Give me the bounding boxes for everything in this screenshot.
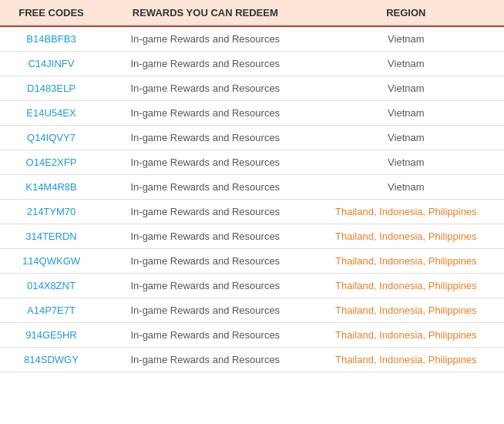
- code-cell: B14BBFB3: [0, 26, 102, 52]
- region-cell: Vietnam: [308, 52, 504, 76]
- table-header-row: FREE CODES REWARDS YOU CAN REDEEM REGION: [0, 0, 504, 26]
- code-cell: A14P7E7T: [0, 298, 102, 323]
- header-rewards: REWARDS YOU CAN REDEEM: [102, 0, 308, 26]
- table-row: 314TERDNIn-game Rewards and ResourcesTha…: [0, 224, 504, 249]
- header-region: REGION: [308, 0, 504, 26]
- code-cell: C14JINFV: [0, 52, 102, 76]
- code-cell: K14M4R8B: [0, 175, 102, 200]
- table-row: D1483ELPIn-game Rewards and ResourcesVie…: [0, 76, 504, 101]
- code-cell: O14E2XFP: [0, 150, 102, 175]
- region-cell: Vietnam: [308, 175, 504, 200]
- region-cell: Thailand, Indonesia, Philippines: [308, 348, 504, 372]
- rewards-cell: In-game Rewards and Resources: [102, 101, 308, 126]
- region-cell: Vietnam: [308, 26, 504, 52]
- table-row: A14P7E7TIn-game Rewards and ResourcesTha…: [0, 298, 504, 323]
- table-row: C14JINFVIn-game Rewards and ResourcesVie…: [0, 52, 504, 76]
- code-cell: 014X8ZNT: [0, 274, 102, 298]
- rewards-cell: In-game Rewards and Resources: [102, 126, 308, 150]
- table-row: 914GE5HRIn-game Rewards and ResourcesTha…: [0, 323, 504, 348]
- region-cell: Thailand, Indonesia, Philippines: [308, 274, 504, 298]
- code-cell: 114QWKGW: [0, 249, 102, 274]
- table-row: 814SDWGYIn-game Rewards and ResourcesTha…: [0, 348, 504, 372]
- region-cell: Vietnam: [308, 150, 504, 175]
- region-cell: Vietnam: [308, 76, 504, 101]
- region-cell: Thailand, Indonesia, Philippines: [308, 323, 504, 348]
- region-cell: Thailand, Indonesia, Philippines: [308, 249, 504, 274]
- table-row: O14E2XFPIn-game Rewards and ResourcesVie…: [0, 150, 504, 175]
- rewards-cell: In-game Rewards and Resources: [102, 323, 308, 348]
- table-row: 014X8ZNTIn-game Rewards and ResourcesTha…: [0, 274, 504, 298]
- rewards-cell: In-game Rewards and Resources: [102, 348, 308, 372]
- code-cell: E14U54EX: [0, 101, 102, 126]
- region-cell: Vietnam: [308, 126, 504, 150]
- table-row: Q14IQVY7In-game Rewards and ResourcesVie…: [0, 126, 504, 150]
- region-cell: Thailand, Indonesia, Philippines: [308, 298, 504, 323]
- table-row: K14M4R8BIn-game Rewards and ResourcesVie…: [0, 175, 504, 200]
- code-cell: Q14IQVY7: [0, 126, 102, 150]
- code-cell: D1483ELP: [0, 76, 102, 101]
- code-cell: 314TERDN: [0, 224, 102, 249]
- rewards-cell: In-game Rewards and Resources: [102, 224, 308, 249]
- rewards-cell: In-game Rewards and Resources: [102, 52, 308, 76]
- code-cell: 814SDWGY: [0, 348, 102, 372]
- rewards-cell: In-game Rewards and Resources: [102, 26, 308, 52]
- rewards-cell: In-game Rewards and Resources: [102, 249, 308, 274]
- header-free-codes: FREE CODES: [0, 0, 102, 26]
- table-row: 214TYM70In-game Rewards and ResourcesTha…: [0, 200, 504, 224]
- rewards-cell: In-game Rewards and Resources: [102, 200, 308, 224]
- rewards-cell: In-game Rewards and Resources: [102, 76, 308, 101]
- region-cell: Thailand, Indonesia, Philippines: [308, 200, 504, 224]
- code-cell: 914GE5HR: [0, 323, 102, 348]
- code-cell: 214TYM70: [0, 200, 102, 224]
- rewards-cell: In-game Rewards and Resources: [102, 298, 308, 323]
- table-row: 114QWKGWIn-game Rewards and ResourcesTha…: [0, 249, 504, 274]
- rewards-cell: In-game Rewards and Resources: [102, 150, 308, 175]
- table-row: E14U54EXIn-game Rewards and ResourcesVie…: [0, 101, 504, 126]
- rewards-cell: In-game Rewards and Resources: [102, 175, 308, 200]
- codes-table: FREE CODES REWARDS YOU CAN REDEEM REGION…: [0, 0, 504, 372]
- rewards-cell: In-game Rewards and Resources: [102, 274, 308, 298]
- region-cell: Vietnam: [308, 101, 504, 126]
- region-cell: Thailand, Indonesia, Philippines: [308, 224, 504, 249]
- table-row: B14BBFB3In-game Rewards and ResourcesVie…: [0, 26, 504, 52]
